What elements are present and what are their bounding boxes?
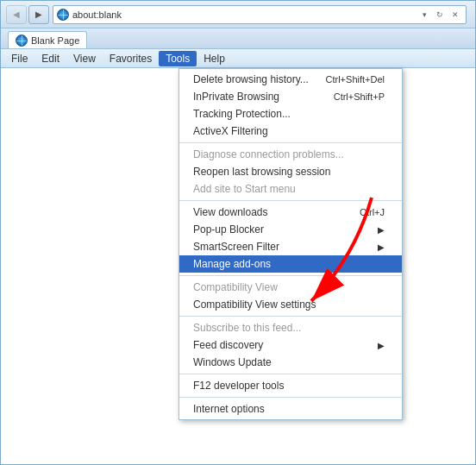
address-controls: ▾ ↻ ✕	[417, 8, 462, 22]
menu-smartscreen[interactable]: SmartScreen Filter ▶	[179, 238, 402, 255]
menu-add-site: Add site to Start menu	[179, 180, 402, 198]
title-bar: ◀ ▶ about:blank ▾ ↻ ✕	[1, 1, 475, 28]
menu-downloads[interactable]: View downloads Ctrl+J	[179, 204, 402, 221]
separator-2	[179, 200, 402, 201]
separator-4	[179, 316, 402, 317]
menu-tools[interactable]: Tools	[159, 51, 197, 66]
separator-1	[179, 142, 402, 143]
tools-dropdown-menu: Delete browsing history... Ctrl+Shift+De…	[178, 68, 403, 420]
menu-subscribe: Subscribe to this feed...	[179, 319, 402, 336]
separator-6	[179, 397, 402, 398]
browser-window: ◀ ▶ about:blank ▾ ↻ ✕ Blank Page File Ed…	[0, 0, 476, 465]
menu-compat-settings[interactable]: Compatibility View settings	[179, 296, 402, 313]
nav-buttons: ◀ ▶	[6, 5, 49, 24]
menu-windows-update[interactable]: Windows Update	[179, 354, 402, 371]
menu-activex[interactable]: ActiveX Filtering	[179, 123, 402, 140]
address-bar[interactable]: about:blank ▾ ↻ ✕	[53, 5, 467, 24]
menu-edit[interactable]: Edit	[34, 51, 66, 66]
menu-bar: File Edit View Favorites Tools Help	[1, 49, 475, 68]
menu-feed-discovery[interactable]: Feed discovery ▶	[179, 336, 402, 354]
address-dropdown-btn[interactable]: ▾	[417, 8, 431, 22]
address-text: about:blank	[72, 9, 417, 20]
stop-btn[interactable]: ✕	[448, 8, 462, 22]
menu-compat-view: Compatibility View	[179, 279, 402, 296]
feed-arrow: ▶	[378, 341, 385, 350]
separator-3	[179, 275, 402, 276]
page-favicon	[57, 9, 69, 21]
menu-inprivate[interactable]: InPrivate Browsing Ctrl+Shift+P	[179, 88, 402, 105]
back-button[interactable]: ◀	[6, 5, 27, 24]
menu-diagnose: Diagnose connection problems...	[179, 146, 402, 163]
menu-internet-options[interactable]: Internet options	[179, 400, 402, 418]
menu-favorites[interactable]: Favorites	[103, 51, 159, 66]
tab-bar: Blank Page	[1, 28, 475, 49]
refresh-btn[interactable]: ↻	[433, 8, 447, 22]
menu-view[interactable]: View	[66, 51, 103, 66]
active-tab[interactable]: Blank Page	[8, 31, 87, 48]
forward-button[interactable]: ▶	[28, 5, 49, 24]
menu-manage-addons[interactable]: Manage add-ons	[179, 255, 402, 273]
separator-5	[179, 374, 402, 374]
menu-tracking[interactable]: Tracking Protection...	[179, 105, 402, 123]
menu-help[interactable]: Help	[197, 51, 232, 66]
tab-favicon	[16, 35, 28, 47]
menu-popup[interactable]: Pop-up Blocker ▶	[179, 221, 402, 238]
menu-file[interactable]: File	[4, 51, 34, 66]
menu-f12[interactable]: F12 developer tools	[179, 377, 402, 394]
menu-reopen[interactable]: Reopen last browsing session	[179, 163, 402, 180]
tab-title: Blank Page	[31, 35, 79, 46]
dropdown-overlay: Delete browsing history... Ctrl+Shift+De…	[1, 68, 475, 464]
smartscreen-arrow: ▶	[378, 242, 385, 252]
menu-delete-browsing[interactable]: Delete browsing history... Ctrl+Shift+De…	[179, 71, 402, 88]
popup-arrow: ▶	[378, 225, 385, 235]
